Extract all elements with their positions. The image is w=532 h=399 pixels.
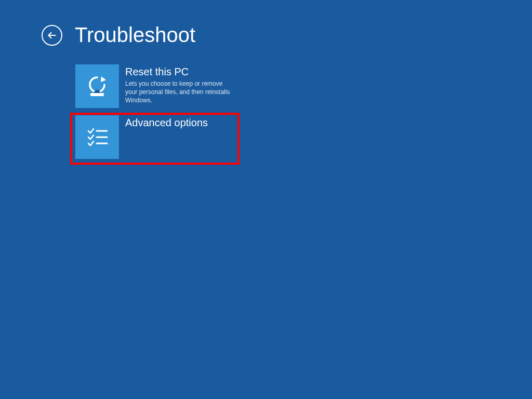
advanced-options-icon-box xyxy=(75,115,119,159)
option-reset-pc[interactable]: Reset this PC Lets you choose to keep or… xyxy=(75,64,236,108)
reset-pc-icon xyxy=(84,73,110,99)
advanced-options-title: Advanced options xyxy=(125,116,236,129)
option-advanced-options[interactable]: Advanced options xyxy=(75,115,236,159)
reset-pc-title: Reset this PC xyxy=(125,65,236,78)
reset-pc-description: Lets you choose to keep or remove your p… xyxy=(125,79,236,105)
back-button[interactable] xyxy=(42,25,62,46)
reset-pc-icon-box xyxy=(75,64,119,108)
svg-marker-1 xyxy=(101,76,106,82)
checklist-icon xyxy=(85,125,109,149)
back-arrow-icon xyxy=(47,30,57,41)
page-title: Troubleshoot xyxy=(75,23,195,47)
svg-rect-2 xyxy=(90,93,104,96)
